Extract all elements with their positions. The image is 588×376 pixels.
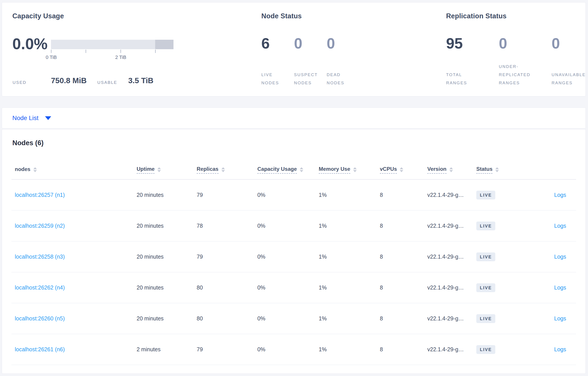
- capacity-used-percent: 0.0%: [12, 36, 48, 52]
- capacity-usage-title: Capacity Usage: [12, 12, 64, 20]
- column-header-label: Replicas: [197, 166, 219, 174]
- nodes-table-body: localhost:26257 (n1) 20 minutes 79 0% 1%…: [11, 180, 576, 365]
- logs-link[interactable]: Logs: [554, 315, 566, 322]
- status-badge: LIVE: [476, 252, 495, 261]
- status-badge: LIVE: [476, 314, 495, 323]
- sort-arrows-icon: [157, 167, 161, 172]
- node-address-link[interactable]: localhost:26258 (n3): [15, 253, 65, 260]
- column-header-vcpus[interactable]: vCPUs: [380, 166, 427, 174]
- node-status-title: Node Status: [261, 12, 302, 20]
- stat: 0 SUSPECTNODES: [294, 36, 327, 87]
- table-row: localhost:26260 (n5) 20 minutes 80 0% 1%…: [11, 303, 576, 334]
- used-value: 750.8 MiB: [51, 76, 86, 85]
- column-header-nodes[interactable]: nodes: [15, 166, 137, 173]
- replicas-cell: 79: [197, 192, 257, 198]
- stat-label: LIVENODES: [261, 71, 294, 87]
- stat: 0 UNAVAILABLERANGES: [552, 36, 588, 87]
- axis-tick: [86, 50, 86, 53]
- stat-value: 0: [294, 36, 327, 51]
- status-badge: LIVE: [476, 221, 495, 230]
- capacity-usage-cell: 0%: [257, 192, 319, 198]
- status-badge: LIVE: [476, 191, 495, 199]
- uptime-cell: 2 minutes: [137, 346, 197, 353]
- replication-status-stats: 95 TOTALRANGES 0 UNDER-REPLICATEDRANGES …: [446, 36, 588, 87]
- table-row: localhost:26257 (n1) 20 minutes 79 0% 1%…: [11, 180, 576, 210]
- stat: 0 DEADNODES: [327, 36, 359, 87]
- sort-arrows-icon: [33, 167, 37, 172]
- nodes-table-title: Nodes (6): [12, 139, 43, 147]
- status-badge: LIVE: [476, 283, 495, 292]
- logs-link[interactable]: Logs: [554, 346, 566, 352]
- column-header-version[interactable]: Version: [427, 166, 476, 174]
- stat: 95 TOTALRANGES: [446, 36, 499, 87]
- vcpus-cell: 8: [380, 192, 427, 198]
- capacity-usage-cell: 0%: [257, 315, 319, 322]
- memory-use-cell: 1%: [319, 223, 380, 229]
- stat-label: UNAVAILABLERANGES: [552, 71, 588, 87]
- version-cell: v22.1.4-29-g…: [427, 223, 476, 229]
- axis-tick: [51, 50, 52, 53]
- node-address-link[interactable]: localhost:26262 (n4): [15, 284, 65, 291]
- vcpus-cell: 8: [380, 284, 427, 291]
- logs-link[interactable]: Logs: [554, 192, 566, 198]
- stat-label: DEADNODES: [327, 71, 359, 87]
- capacity-usage-cell: 0%: [257, 223, 319, 229]
- node-list-bar: Node List: [2, 107, 586, 129]
- axis-tick: [121, 50, 121, 53]
- logs-link[interactable]: Logs: [554, 284, 566, 291]
- vcpus-cell: 8: [380, 223, 427, 229]
- table-row: localhost:26259 (n2) 20 minutes 78 0% 1%…: [11, 210, 576, 241]
- column-header-capacity-usage[interactable]: Capacity Usage: [257, 166, 319, 174]
- stat: 0 UNDER-REPLICATEDRANGES: [499, 36, 552, 87]
- sort-arrows-icon: [495, 167, 499, 172]
- stat-label: UNDER-REPLICATEDRANGES: [499, 63, 552, 87]
- stat-value: 6: [261, 36, 294, 51]
- uptime-cell: 20 minutes: [137, 253, 197, 260]
- version-cell: v22.1.4-29-g…: [427, 315, 476, 322]
- column-header-replicas[interactable]: Replicas: [197, 166, 257, 174]
- stat-value: 95: [446, 36, 499, 51]
- node-address-link[interactable]: localhost:26257 (n1): [15, 192, 65, 198]
- logs-link[interactable]: Logs: [554, 223, 566, 229]
- stat-value: 0: [499, 36, 552, 51]
- memory-use-cell: 1%: [319, 284, 380, 291]
- uptime-cell: 20 minutes: [137, 223, 197, 229]
- replicas-cell: 79: [197, 346, 257, 353]
- column-header-label: Memory Use: [319, 166, 350, 174]
- replicas-cell: 80: [197, 315, 257, 322]
- replicas-cell: 78: [197, 223, 257, 229]
- column-header-uptime[interactable]: Uptime: [137, 166, 197, 174]
- memory-use-cell: 1%: [319, 346, 380, 353]
- node-list-dropdown-label: Node List: [12, 115, 38, 122]
- capacity-usage-cell: 0%: [257, 346, 319, 353]
- column-header-status[interactable]: Status: [476, 166, 534, 174]
- axis-tick: [155, 50, 156, 53]
- stat-label: TOTALRANGES: [446, 71, 499, 87]
- vcpus-cell: 8: [380, 253, 427, 260]
- sort-arrows-icon: [221, 167, 225, 172]
- column-header-memory-use[interactable]: Memory Use: [319, 166, 380, 174]
- node-list-dropdown[interactable]: Node List: [2, 108, 586, 128]
- logs-link[interactable]: Logs: [554, 253, 566, 260]
- node-address-link[interactable]: localhost:26260 (n5): [15, 315, 65, 322]
- column-header-label: Capacity Usage: [257, 166, 297, 174]
- memory-use-cell: 1%: [319, 253, 380, 260]
- sort-arrows-icon: [300, 167, 303, 172]
- capacity-usage-cell: 0%: [257, 284, 319, 291]
- column-header-label: nodes: [15, 166, 31, 173]
- column-header-label: vCPUs: [380, 166, 397, 174]
- usable-value: 3.5 TiB: [128, 76, 153, 85]
- uptime-cell: 20 minutes: [137, 192, 197, 198]
- capacity-bar-other-segment: [155, 40, 173, 49]
- capacity-usage-bar: [51, 40, 173, 49]
- version-cell: v22.1.4-29-g…: [427, 192, 476, 198]
- axis-tick-label: 2 TiB: [115, 54, 126, 60]
- column-header-label: Status: [476, 166, 493, 174]
- node-address-link[interactable]: localhost:26259 (n2): [15, 223, 65, 229]
- replicas-cell: 79: [197, 253, 257, 260]
- capacity-bar-usable-segment: [51, 40, 155, 49]
- uptime-cell: 20 minutes: [137, 315, 197, 322]
- replicas-cell: 80: [197, 284, 257, 291]
- vcpus-cell: 8: [380, 346, 427, 353]
- node-address-link[interactable]: localhost:26261 (n6): [15, 346, 65, 352]
